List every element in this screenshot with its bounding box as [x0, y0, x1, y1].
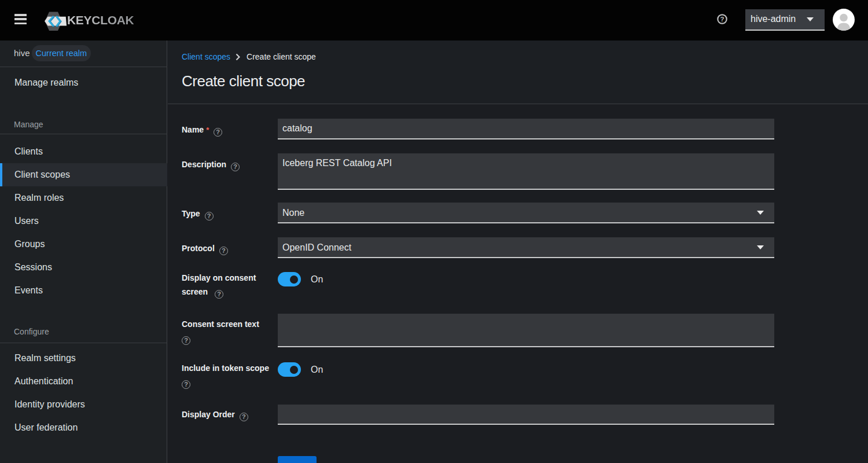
svg-text:?: ? [720, 16, 724, 23]
